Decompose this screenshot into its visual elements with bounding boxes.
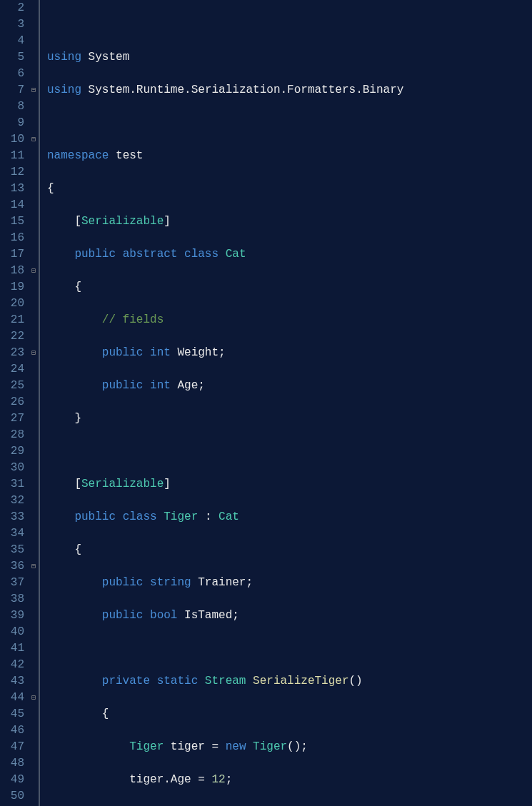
line-number: 48 bbox=[0, 755, 24, 772]
line-number: 45 bbox=[0, 706, 24, 722]
fold-marker bbox=[29, 164, 39, 181]
code-line[interactable]: Tiger tiger = new Tiger(); bbox=[47, 739, 452, 755]
fold-marker bbox=[29, 197, 39, 213]
line-number: 35 bbox=[0, 542, 24, 558]
line-number: 40 bbox=[0, 624, 24, 640]
fold-marker bbox=[29, 230, 39, 246]
line-number: 36 bbox=[0, 558, 24, 575]
line-number: 25 bbox=[0, 378, 24, 394]
code-line[interactable]: using System bbox=[47, 49, 452, 66]
line-number: 42 bbox=[0, 657, 24, 673]
fold-marker bbox=[29, 476, 39, 493]
fold-gutter: ⊟⊟⊟⊟⊟⊟ bbox=[29, 0, 39, 806]
fold-marker[interactable]: ⊟ bbox=[29, 690, 39, 706]
code-line[interactable]: { bbox=[47, 279, 452, 296]
code-line[interactable] bbox=[47, 16, 452, 33]
fold-marker[interactable]: ⊟ bbox=[29, 131, 39, 148]
fold-marker bbox=[29, 443, 39, 460]
line-number: 20 bbox=[0, 296, 24, 312]
line-number: 5 bbox=[0, 49, 24, 66]
code-line[interactable]: public int Age; bbox=[47, 378, 452, 394]
code-line[interactable]: [Serializable] bbox=[47, 213, 452, 230]
fold-marker bbox=[29, 624, 39, 640]
fold-marker bbox=[29, 788, 39, 805]
line-number: 39 bbox=[0, 608, 24, 624]
fold-marker bbox=[29, 49, 39, 66]
line-number: 2 bbox=[0, 0, 24, 16]
code-line[interactable]: public int Weight; bbox=[47, 345, 452, 361]
line-number: 14 bbox=[0, 197, 24, 213]
code-line[interactable]: private static Stream SerializeTiger() bbox=[47, 673, 452, 690]
code-line[interactable]: tiger.Age = 12; bbox=[47, 772, 452, 788]
line-number: 19 bbox=[0, 279, 24, 296]
line-number: 31 bbox=[0, 476, 24, 493]
fold-marker bbox=[29, 772, 39, 788]
code-line[interactable]: namespace test bbox=[47, 148, 452, 164]
line-number: 22 bbox=[0, 328, 24, 345]
line-number: 26 bbox=[0, 394, 24, 410]
fold-marker bbox=[29, 246, 39, 263]
line-number: 24 bbox=[0, 361, 24, 378]
line-number: 17 bbox=[0, 246, 24, 263]
line-number: 27 bbox=[0, 410, 24, 427]
line-number: 41 bbox=[0, 640, 24, 657]
line-number: 6 bbox=[0, 66, 24, 82]
fold-marker bbox=[29, 328, 39, 345]
fold-marker bbox=[29, 33, 39, 49]
line-number: 43 bbox=[0, 673, 24, 690]
fold-marker[interactable]: ⊟ bbox=[29, 345, 39, 361]
line-number-gutter: 2345678910111213141516171819202122232425… bbox=[0, 0, 29, 806]
fold-marker bbox=[29, 213, 39, 230]
code-line[interactable]: { bbox=[47, 181, 452, 197]
code-line[interactable]: } bbox=[47, 410, 452, 427]
fold-marker bbox=[29, 739, 39, 755]
line-number: 15 bbox=[0, 213, 24, 230]
line-number: 46 bbox=[0, 722, 24, 739]
line-number: 8 bbox=[0, 99, 24, 115]
line-number: 13 bbox=[0, 181, 24, 197]
code-line[interactable]: public string Trainer; bbox=[47, 575, 452, 591]
fold-marker bbox=[29, 312, 39, 328]
fold-marker bbox=[29, 755, 39, 772]
fold-marker bbox=[29, 427, 39, 443]
line-number: 12 bbox=[0, 164, 24, 181]
line-number: 3 bbox=[0, 16, 24, 33]
line-number: 28 bbox=[0, 427, 24, 443]
fold-marker[interactable]: ⊟ bbox=[29, 82, 39, 99]
code-line[interactable]: public bool IsTamed; bbox=[47, 608, 452, 624]
line-number: 37 bbox=[0, 575, 24, 591]
code-line[interactable]: using System.Runtime.Serialization.Forma… bbox=[47, 82, 452, 99]
code-line[interactable]: { bbox=[47, 542, 452, 558]
fold-marker bbox=[29, 460, 39, 476]
fold-marker bbox=[29, 722, 39, 739]
line-number: 11 bbox=[0, 148, 24, 164]
fold-marker bbox=[29, 493, 39, 509]
fold-marker bbox=[29, 181, 39, 197]
fold-marker bbox=[29, 378, 39, 394]
code-line[interactable]: [Serializable] bbox=[47, 476, 452, 493]
line-number: 16 bbox=[0, 230, 24, 246]
line-number: 33 bbox=[0, 509, 24, 525]
line-number: 4 bbox=[0, 33, 24, 49]
fold-marker bbox=[29, 608, 39, 624]
code-line[interactable] bbox=[47, 443, 452, 460]
fold-marker bbox=[29, 673, 39, 690]
code-editor-area[interactable]: using System using System.Runtime.Serial… bbox=[40, 0, 452, 806]
code-line[interactable]: public abstract class Cat bbox=[47, 246, 452, 263]
code-line[interactable]: // fields bbox=[47, 312, 452, 328]
fold-marker[interactable]: ⊟ bbox=[29, 263, 39, 279]
line-number: 50 bbox=[0, 788, 24, 805]
fold-marker bbox=[29, 509, 39, 525]
code-line[interactable]: { bbox=[47, 706, 452, 722]
fold-marker[interactable]: ⊟ bbox=[29, 558, 39, 575]
code-line[interactable] bbox=[47, 640, 452, 657]
line-number: 7 bbox=[0, 82, 24, 99]
line-number: 49 bbox=[0, 772, 24, 788]
line-number: 34 bbox=[0, 525, 24, 542]
fold-marker bbox=[29, 394, 39, 410]
fold-marker bbox=[29, 99, 39, 115]
code-line[interactable]: public class Tiger : Cat bbox=[47, 509, 452, 525]
line-number: 23 bbox=[0, 345, 24, 361]
code-line[interactable] bbox=[47, 115, 452, 131]
line-number: 18 bbox=[0, 263, 24, 279]
